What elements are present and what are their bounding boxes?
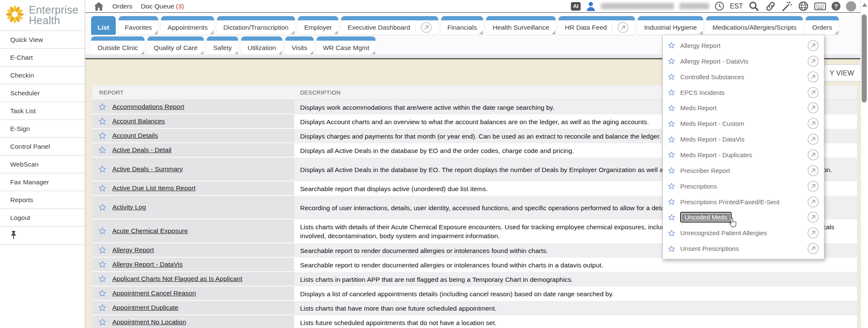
star-icon[interactable] <box>98 246 106 254</box>
sidebar-item[interactable]: E-Chart <box>0 49 85 67</box>
star-icon[interactable] <box>98 184 106 192</box>
report-link[interactable]: Active Deals - Summary <box>112 165 183 173</box>
tab[interactable]: Outside Clinic <box>91 36 145 55</box>
report-link[interactable]: Account Details <box>112 132 158 139</box>
star-icon[interactable] <box>98 146 106 154</box>
menu-item[interactable]: EPCS Incidents <box>663 85 824 100</box>
popout-arrow-icon[interactable] <box>807 181 819 192</box>
star-icon[interactable] <box>98 275 106 283</box>
tab[interactable]: Favorites <box>119 16 159 35</box>
ai-badge[interactable]: AI <box>571 2 581 11</box>
menu-item[interactable]: Uncoded Meds <box>663 209 824 225</box>
menu-item[interactable]: Meds Report - Custom <box>663 116 824 131</box>
tab[interactable]: Employer <box>298 16 338 35</box>
report-link[interactable]: Active Due List Items Report <box>112 184 195 192</box>
tab[interactable]: Safety <box>207 36 238 55</box>
star-icon[interactable] <box>668 183 675 189</box>
home-icon[interactable] <box>94 2 104 11</box>
tab[interactable]: Utilization <box>241 36 282 55</box>
user-icon[interactable] <box>586 1 595 11</box>
tab[interactable]: Visits <box>285 36 314 55</box>
menu-item[interactable]: Unrecognized Patient Allergies <box>663 225 824 241</box>
globe-icon[interactable] <box>798 1 809 11</box>
tab[interactable]: WR Case Mgmt <box>317 36 376 55</box>
tab[interactable]: Industrial Hygiene <box>638 16 703 35</box>
sidebar-item[interactable]: Task List <box>0 102 85 120</box>
popout-arrow-icon[interactable] <box>807 40 819 51</box>
menu-item[interactable]: Prescriber Report <box>663 163 824 178</box>
star-icon[interactable] <box>98 289 106 297</box>
star-icon[interactable] <box>668 167 675 174</box>
menu-item[interactable]: Meds Report <box>663 100 824 116</box>
popout-arrow-icon[interactable] <box>807 149 819 161</box>
star-icon[interactable] <box>98 165 106 173</box>
scrollbar-thumb[interactable] <box>862 14 867 103</box>
sidebar-item[interactable]: Fax Manager <box>0 173 85 191</box>
scroll-up-arrow-icon[interactable] <box>862 3 867 7</box>
orders-link[interactable]: Orders <box>112 3 132 10</box>
star-icon[interactable] <box>98 103 106 111</box>
star-icon[interactable] <box>668 136 675 143</box>
report-link[interactable]: Activity Log <box>112 203 146 211</box>
popout-arrow-icon[interactable] <box>807 87 819 98</box>
sidebar-item[interactable]: Reports <box>0 191 85 209</box>
menu-item[interactable]: Meds Report - Duplicates <box>663 147 824 163</box>
report-link[interactable]: Appointment Cancel Reason <box>112 289 196 297</box>
search-icon[interactable] <box>748 1 760 12</box>
popout-arrow-icon[interactable] <box>807 102 819 114</box>
star-icon[interactable] <box>98 304 106 311</box>
menu-item[interactable]: Prescriptions Printed/Faxed/E-Sent <box>663 194 824 210</box>
report-link[interactable]: Allergy Report <box>112 246 154 254</box>
tab[interactable]: HR Data Feed <box>559 16 635 35</box>
tab[interactable]: Financials <box>441 16 484 35</box>
tab[interactable]: Orders <box>806 16 838 35</box>
star-icon[interactable] <box>98 227 106 235</box>
report-link[interactable]: Account Balances <box>112 117 165 125</box>
star-icon[interactable] <box>668 89 675 96</box>
star-icon[interactable] <box>668 245 675 252</box>
popout-arrow-icon[interactable] <box>807 165 819 176</box>
sidebar-item[interactable]: Quick View <box>0 31 85 49</box>
star-icon[interactable] <box>668 120 675 127</box>
link-icon[interactable] <box>765 1 776 12</box>
report-link[interactable]: Applicant Charts Not Flagged as Is Appli… <box>112 275 242 283</box>
popout-arrow-icon[interactable] <box>807 71 819 83</box>
popout-arrow-icon[interactable] <box>807 118 819 129</box>
tab[interactable]: Executive Dashboard <box>341 16 438 35</box>
help-icon[interactable]: ? <box>832 2 840 11</box>
tab[interactable]: Quality of Care <box>147 36 204 55</box>
star-icon[interactable] <box>98 132 106 139</box>
star-icon[interactable] <box>668 105 675 111</box>
report-link[interactable]: Accommodations Report <box>112 103 184 111</box>
tab[interactable]: List <box>91 16 116 35</box>
doc-queue-link[interactable]: Doc Queue (3) <box>141 3 184 10</box>
star-icon[interactable] <box>668 230 675 236</box>
popout-arrow-icon[interactable] <box>807 196 819 208</box>
tab[interactable]: Dictation/Transcription <box>217 16 295 35</box>
tab[interactable]: Health Surveillance <box>486 16 556 35</box>
sidebar-pin-button[interactable] <box>0 227 85 245</box>
menu-item[interactable]: Unsent Prescriptions <box>663 241 824 256</box>
star-icon[interactable] <box>668 42 675 49</box>
star-icon[interactable] <box>98 261 106 268</box>
report-link[interactable]: Allergy Report - DataVis <box>112 261 183 268</box>
avatar[interactable] <box>846 1 856 11</box>
report-link[interactable]: Acute Chemical Exposure <box>112 227 188 235</box>
sidebar-item[interactable]: WebScan <box>0 156 85 173</box>
sidebar-item[interactable]: Control Panel <box>0 138 85 156</box>
star-icon[interactable] <box>668 151 675 158</box>
report-link[interactable]: Appointment No Location <box>112 318 186 326</box>
keyboard-icon[interactable] <box>814 2 826 11</box>
tab[interactable]: Medications/Allergies/Scripts <box>706 16 803 35</box>
report-column-header[interactable]: REPORT <box>92 89 294 96</box>
popout-arrow-icon[interactable] <box>807 227 819 239</box>
sidebar-item[interactable]: Logout <box>0 209 85 227</box>
star-icon[interactable] <box>98 318 106 326</box>
star-icon[interactable] <box>98 117 106 125</box>
popout-arrow-icon[interactable] <box>807 243 819 254</box>
star-icon[interactable] <box>668 214 675 221</box>
menu-item[interactable]: Controlled Substances <box>663 69 824 85</box>
menu-item[interactable]: Allergy Report - DataVis <box>663 53 824 69</box>
popout-arrow-icon[interactable] <box>807 211 819 223</box>
sidebar-item[interactable]: E-Sign <box>0 120 85 138</box>
